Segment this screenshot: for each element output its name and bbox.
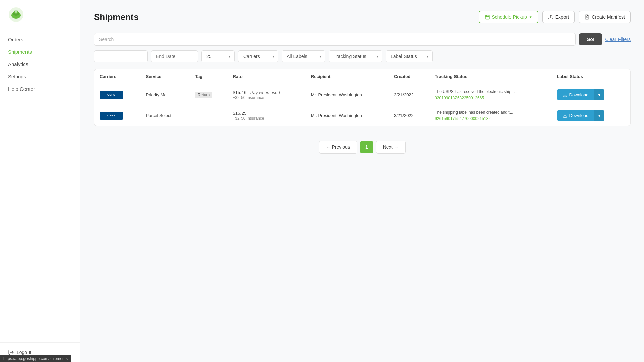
usps-logo-img: USPS xyxy=(100,91,123,99)
cell-tag xyxy=(190,105,227,126)
cell-recipient: Mr. President, Washington xyxy=(306,105,389,126)
export-button[interactable]: Export xyxy=(542,11,575,23)
download-button-group: Download ▼ xyxy=(557,110,605,121)
sidebar-logo xyxy=(0,0,80,31)
table-row: USPSPriority MailReturn$15.16 - Pay when… xyxy=(94,84,630,105)
sidebar-item-analytics[interactable]: Analytics xyxy=(0,58,80,70)
tracking-text: The USPS has received the electronic shi… xyxy=(435,89,546,94)
sidebar-item-orders[interactable]: Orders xyxy=(0,33,80,46)
page-title: Shipments xyxy=(94,12,139,22)
clear-filters-button[interactable]: Clear Filters xyxy=(605,37,631,42)
tracking-number-link[interactable]: 9261590175547700000215132 xyxy=(435,116,491,121)
download-button-group: Download ▼ xyxy=(557,89,605,100)
filter-row: 2021-12-22 25 50 100 Carriers USPS UPS F… xyxy=(94,50,631,62)
table-header-row: Carriers Service Tag Rate Recipient Crea… xyxy=(94,69,630,84)
cell-recipient: Mr. President, Washington xyxy=(306,84,389,105)
download-dropdown-button[interactable]: ▼ xyxy=(594,110,604,121)
cell-carrier: USPS xyxy=(94,105,141,126)
schedule-pickup-button[interactable]: Schedule Pickup ▼ xyxy=(479,11,538,23)
go-button[interactable]: Go! xyxy=(579,33,602,45)
cell-rate: $15.16 - Pay when used+$2.50 Insurance xyxy=(227,84,305,105)
create-manifest-button[interactable]: Create Manifest xyxy=(579,11,631,23)
all-labels-wrapper: All Labels xyxy=(282,50,325,62)
export-icon xyxy=(548,14,553,20)
logout-icon xyxy=(8,349,14,355)
cell-rate: $16.25+$2.50 Insurance xyxy=(227,105,305,126)
sidebar-item-shipments[interactable]: Shipments xyxy=(0,46,80,58)
per-page-select[interactable]: 25 50 100 xyxy=(201,50,235,62)
cell-carrier: USPS xyxy=(94,84,141,105)
download-icon xyxy=(562,93,567,97)
tracking-number-link[interactable]: 9201990182632250912665 xyxy=(435,96,484,100)
shipments-table-container: Carriers Service Tag Rate Recipient Crea… xyxy=(94,69,631,126)
col-carriers: Carriers xyxy=(94,69,141,84)
return-tag: Return xyxy=(195,92,212,98)
end-date-input[interactable] xyxy=(151,50,198,62)
schedule-chevron-icon: ▼ xyxy=(529,15,532,19)
start-date-input[interactable]: 2021-12-22 xyxy=(94,50,148,62)
tracking-status-wrapper: Tracking Status xyxy=(329,50,382,62)
label-status-wrapper: Label Status xyxy=(386,50,433,62)
next-button[interactable]: Next → xyxy=(376,141,406,154)
label-status-select[interactable]: Label Status xyxy=(386,50,433,62)
cell-tag: Return xyxy=(190,84,227,105)
col-label-status: Label Status xyxy=(552,69,630,84)
svg-point-4 xyxy=(15,10,17,13)
col-rate: Rate xyxy=(227,69,305,84)
cell-label-status: Download ▼ xyxy=(552,84,630,105)
col-tag: Tag xyxy=(190,69,227,84)
sidebar-item-help-center[interactable]: Help Center xyxy=(0,83,80,95)
tracking-text: The shipping label has been created and … xyxy=(435,110,546,115)
cell-service: Priority Mail xyxy=(141,84,190,105)
cell-created: 3/21/2022 xyxy=(389,84,429,105)
search-row: Go! Clear Filters xyxy=(94,33,631,46)
pagination: ← Previous 1 Next → xyxy=(94,134,631,160)
header-actions: Schedule Pickup ▼ Export xyxy=(479,11,631,23)
cell-tracking-status: The shipping label has been created and … xyxy=(429,105,551,126)
page-1-button[interactable]: 1 xyxy=(360,141,373,153)
download-button[interactable]: Download xyxy=(557,110,594,121)
sidebar-item-settings[interactable]: Settings xyxy=(0,70,80,83)
main-content: Shipments Schedule Pickup ▼ Export xyxy=(80,0,644,362)
search-input[interactable] xyxy=(94,33,576,46)
cell-label-status: Download ▼ xyxy=(552,105,630,126)
schedule-icon xyxy=(485,14,490,20)
per-page-wrapper: 25 50 100 xyxy=(201,50,235,62)
col-tracking-status: Tracking Status xyxy=(429,69,551,84)
download-dropdown-button[interactable]: ▼ xyxy=(594,89,604,100)
page-header: Shipments Schedule Pickup ▼ Export xyxy=(94,11,631,23)
shipments-table: Carriers Service Tag Rate Recipient Crea… xyxy=(94,69,630,126)
carriers-select[interactable]: Carriers USPS UPS FedEx xyxy=(238,50,278,62)
carriers-wrapper: Carriers USPS UPS FedEx xyxy=(238,50,278,62)
download-button[interactable]: Download xyxy=(557,89,594,100)
all-labels-select[interactable]: All Labels xyxy=(282,50,325,62)
status-bar: https://app.goshippo.com/shipments xyxy=(0,355,71,362)
col-recipient: Recipient xyxy=(306,69,389,84)
usps-logo-img: USPS xyxy=(100,112,123,120)
manifest-icon xyxy=(584,14,590,20)
logo-icon xyxy=(8,7,24,23)
usps-logo: USPS xyxy=(100,91,135,99)
cell-service: Parcel Select xyxy=(141,105,190,126)
download-icon xyxy=(562,113,567,118)
svg-rect-6 xyxy=(485,15,489,19)
col-created: Created xyxy=(389,69,429,84)
sidebar-navigation: Orders Shipments Analytics Settings Help… xyxy=(0,31,80,342)
usps-logo: USPS xyxy=(100,112,135,120)
col-service: Service xyxy=(141,69,190,84)
table-row: USPSParcel Select$16.25+$2.50 InsuranceM… xyxy=(94,105,630,126)
cell-created: 3/21/2022 xyxy=(389,105,429,126)
sidebar: Orders Shipments Analytics Settings Help… xyxy=(0,0,80,362)
previous-button[interactable]: ← Previous xyxy=(319,141,357,154)
tracking-status-select[interactable]: Tracking Status xyxy=(329,50,382,62)
cell-tracking-status: The USPS has received the electronic shi… xyxy=(429,84,551,105)
